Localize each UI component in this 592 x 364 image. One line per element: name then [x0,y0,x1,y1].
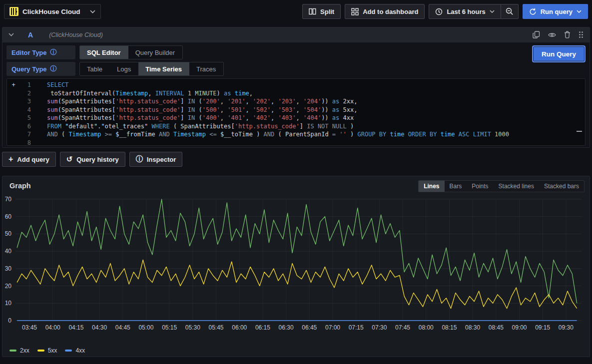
duplicate-query-icon[interactable] [533,31,540,38]
split-button[interactable]: Split [302,4,341,19]
run-query-button[interactable]: Run query [523,4,588,19]
editor-cursor [577,131,582,132]
split-icon [309,8,316,15]
sql-code-text: toStartOfInterval(Timestamp, INTERVAL 1 … [33,89,253,98]
graph-panel-title: Graph [9,182,31,190]
y-tick-label: 60 [5,213,12,220]
x-tick-label: 07:45 [395,324,410,331]
query-type-label: Query Type ⓘ [6,62,75,76]
sql-line-1: +1SELECT [7,81,585,89]
gutter-plus-icon[interactable]: + [7,81,20,89]
legend-label: 2xx [20,347,29,354]
datasource-picker[interactable]: ClickHouse Cloud [4,4,101,19]
add-query-button[interactable]: + Add query [2,152,56,167]
query-row-header[interactable]: A (ClickHouse Cloud) [2,27,590,42]
chevron-down-icon [490,10,495,13]
chevron-down-icon [577,10,582,13]
editor-type-option-query-builder[interactable]: Query Builder [128,46,182,59]
info-circle-icon: ⓘ [136,155,143,164]
datasource-name: ClickHouse Cloud [22,8,80,15]
query-row: A (ClickHouse Cloud) Editor [2,27,590,148]
info-icon[interactable]: ⓘ [50,64,57,73]
query-row-actions [533,31,584,38]
x-tick-label: 08:00 [419,324,434,331]
query-type-row: Query Type ⓘ Table Logs Time Series Trac… [6,62,586,76]
x-tick-label: 09:00 [512,324,527,331]
x-tick-label: 07:30 [372,324,387,331]
panel-run-query-button[interactable]: Run Query [533,46,585,61]
clock-icon [435,8,443,15]
line-number: 7 [20,130,31,139]
y-tick-label: 40 [5,248,12,255]
explore-actions: + Add query ↺ Query history ⓘ Inspector [2,152,182,167]
sql-line-7: 7AND ( Timestamp >= $__fromTime AND Time… [7,130,585,139]
sql-line-4: 4sum(SpanAttributes['http.status_code'] … [7,106,585,114]
x-tick-label: 06:15 [255,324,270,331]
query-type-option-table[interactable]: Table [80,62,110,75]
sql-code-text: sum(SpanAttributes['http.status_code'] I… [33,97,357,106]
x-tick-label: 08:30 [465,324,480,331]
sql-line-8: 8 [7,139,585,146]
sql-line-6: 6FROM "default"."otel_traces" WHERE ( Sp… [7,122,585,131]
collapse-chevron-icon[interactable] [8,33,14,36]
history-icon: ↺ [66,155,73,164]
query-type-option-logs[interactable]: Logs [110,62,138,75]
info-icon[interactable]: ⓘ [50,48,57,57]
legend-swatch [9,350,16,352]
x-tick-label: 04:15 [68,324,83,331]
topbar-actions: Split Add to dashboard Last 6 hours [302,4,588,19]
x-tick-label: 05:45 [209,324,224,331]
delete-query-trash-icon[interactable] [564,31,571,38]
x-tick-label: 07:00 [325,324,340,331]
query-type-option-time-series[interactable]: Time Series [138,62,189,75]
zoom-out-button[interactable] [501,4,519,19]
series-line-5xx [17,260,577,309]
query-editor-body: Editor Type ⓘ SQL Editor Query Builder Q… [2,42,590,146]
legend-item-2xx[interactable]: 2xx [9,347,29,354]
gutter-spacer [7,89,20,98]
query-type-option-traces[interactable]: Traces [189,62,223,75]
y-tick-label: 10 [5,300,12,307]
sql-code-text [33,139,47,146]
line-number: 2 [20,89,31,98]
time-range-picker[interactable]: Last 6 hours [429,4,501,19]
drag-handle-icon[interactable] [579,31,584,38]
apps-grid-icon [351,8,359,15]
legend-label: 5xx [48,347,57,354]
line-number: 1 [20,81,31,89]
disable-query-eye-icon[interactable] [548,31,556,38]
x-tick-label: 05:15 [162,324,177,331]
editor-type-option-sql-editor[interactable]: SQL Editor [80,46,128,59]
add-to-dashboard-button[interactable]: Add to dashboard [345,4,425,19]
gutter-spacer [7,122,20,131]
time-series-chart[interactable]: 01020304050607003:4504:0004:1504:3004:45… [2,189,587,346]
editor-type-toggle: SQL Editor Query Builder [79,45,183,59]
line-number: 8 [20,139,31,146]
x-tick-label: 04:45 [115,324,130,331]
refresh-icon [529,8,537,15]
time-range-label: Last 6 hours [447,8,485,15]
editor-type-label: Editor Type ⓘ [6,45,75,59]
split-label: Split [320,8,334,15]
gutter-spacer [7,139,20,146]
legend-item-5xx[interactable]: 5xx [37,347,57,354]
run-query-label: Run query [541,8,573,15]
x-tick-label: 06:00 [232,324,247,331]
zoom-out-icon [506,7,514,15]
plus-icon: + [8,155,13,164]
query-history-button[interactable]: ↺ Query history [60,152,125,167]
x-tick-label: 09:15 [535,324,550,331]
add-to-dashboard-label: Add to dashboard [363,8,418,15]
chevron-down-icon [90,10,95,13]
y-tick-label: 50 [5,230,12,237]
legend-swatch [65,350,72,352]
sql-line-3: 3sum(SpanAttributes['http.status_code'] … [7,97,585,106]
line-number: 6 [20,122,31,131]
x-tick-label: 04:30 [92,324,107,331]
inspector-button[interactable]: ⓘ Inspector [129,152,183,167]
explore-page: ClickHouse Cloud Split Add to dashboard [0,0,592,364]
legend-item-4xx[interactable]: 4xx [65,347,85,354]
legend-label: 4xx [75,347,85,354]
x-tick-label: 07:15 [349,324,364,331]
sql-code-editor[interactable]: +1SELECT2 toStartOfInterval(Timestamp, I… [6,78,586,146]
